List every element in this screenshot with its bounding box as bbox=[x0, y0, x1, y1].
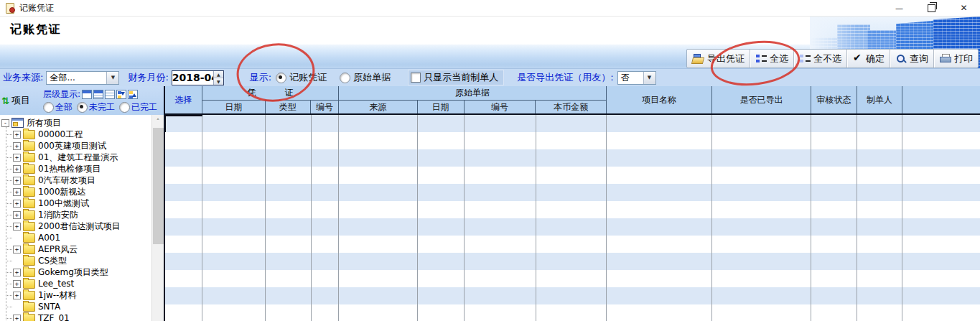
scroll-up-icon[interactable]: ˄ bbox=[152, 115, 164, 127]
folder-icon bbox=[23, 153, 35, 162]
tree-item[interactable]: + TZF_01 bbox=[0, 312, 151, 321]
col-exported[interactable]: 是否已导出 bbox=[712, 86, 811, 113]
body-col bbox=[607, 115, 712, 321]
tree-item[interactable]: + 000英建项目测试 bbox=[0, 140, 151, 152]
expand-icon[interactable]: + bbox=[13, 200, 21, 208]
display-label: 显示: bbox=[250, 71, 271, 84]
spin-up-icon[interactable]: ▲ bbox=[214, 71, 223, 78]
expand-icon[interactable]: + bbox=[13, 188, 21, 196]
tree-item[interactable]: + 00000工程 bbox=[0, 129, 151, 140]
col-original-date[interactable]: 日期 bbox=[418, 101, 465, 113]
expand-icon[interactable]: + bbox=[13, 142, 21, 150]
expand-icon[interactable]: + bbox=[13, 292, 21, 299]
window-list-icon[interactable] bbox=[82, 90, 92, 99]
radio-selected-icon[interactable] bbox=[77, 102, 88, 113]
filter-option-unfinished[interactable]: 未完工 bbox=[77, 101, 115, 113]
checkbox-icon[interactable] bbox=[411, 73, 421, 83]
tree-item[interactable]: + 1消防安防 bbox=[0, 209, 151, 220]
tree-item[interactable]: CS类型 bbox=[0, 255, 151, 266]
window-title: 记账凭证 bbox=[19, 2, 54, 14]
page-title: 记账凭证 bbox=[10, 22, 62, 37]
tree-item[interactable]: + 2000君信达测试项目 bbox=[0, 220, 151, 232]
body-col bbox=[465, 115, 536, 321]
tree-scrollbar[interactable]: ˄ bbox=[151, 115, 164, 321]
col-select[interactable]: 选择 bbox=[165, 86, 202, 113]
tree-item[interactable]: + 0汽车研发项目 bbox=[0, 175, 151, 186]
expand-icon[interactable]: + bbox=[13, 315, 21, 321]
scrollbar-thumb[interactable] bbox=[153, 128, 164, 244]
radio-icon[interactable] bbox=[340, 73, 350, 83]
radio-icon[interactable] bbox=[43, 102, 54, 113]
col-source[interactable]: 来源 bbox=[339, 101, 418, 113]
expand-icon[interactable]: + bbox=[13, 246, 21, 253]
filter-option-finished[interactable]: 已完工 bbox=[119, 101, 157, 113]
tree-item[interactable]: + 01、建筑工程量演示 bbox=[0, 152, 151, 163]
tree-item[interactable]: + 1jw--材料 bbox=[0, 289, 151, 301]
expand-icon[interactable]: + bbox=[13, 177, 21, 185]
refresh-icon[interactable]: ⇅ bbox=[1, 96, 9, 106]
expand-icon[interactable] bbox=[13, 303, 21, 311]
expand-icon[interactable] bbox=[13, 234, 21, 242]
col-audit-status[interactable]: 审核状态 bbox=[811, 86, 857, 113]
tree-item-label: AEPR风云 bbox=[38, 243, 78, 256]
spin-down-icon[interactable]: ▼ bbox=[214, 78, 223, 85]
display-option-voucher[interactable]: 记账凭证 bbox=[276, 71, 327, 84]
tree-item[interactable]: + 100中燃测试 bbox=[0, 197, 151, 209]
grid-view-icon[interactable] bbox=[105, 90, 115, 99]
deselect-all-button[interactable]: 全不选 bbox=[794, 50, 847, 68]
expand-icon[interactable]: + bbox=[13, 154, 21, 162]
tree-item[interactable]: A001 bbox=[0, 232, 151, 243]
detail-view-icon[interactable] bbox=[93, 90, 103, 99]
radio-selected-icon[interactable] bbox=[276, 73, 286, 83]
col-maker[interactable]: 制单人 bbox=[857, 86, 902, 113]
tree-item-root[interactable]: - 所有项目 bbox=[0, 117, 151, 129]
sort-ascending-icon[interactable] bbox=[128, 90, 138, 99]
col-voucher-date[interactable]: 日期 bbox=[202, 101, 266, 113]
radio-label: 原始单据 bbox=[353, 71, 391, 84]
group-original-doc-label[interactable]: 原始单据 bbox=[339, 86, 606, 101]
group-voucher-label[interactable]: 凭 证 bbox=[202, 86, 338, 101]
chevron-down-icon[interactable]: ▼ bbox=[106, 72, 118, 84]
query-button[interactable]: 查询 bbox=[890, 50, 934, 68]
only-current-maker-checkbox-group[interactable]: 只显示当前制单人 bbox=[408, 70, 504, 85]
select-all-button[interactable]: 全选 bbox=[750, 50, 794, 68]
collapse-icon[interactable]: - bbox=[1, 119, 9, 127]
body-col bbox=[418, 115, 465, 321]
export-voucher-button[interactable]: 导出凭证 bbox=[687, 50, 750, 68]
focused-cell[interactable] bbox=[165, 115, 202, 132]
sort-descending-icon[interactable] bbox=[116, 90, 126, 99]
restore-button[interactable] bbox=[915, 0, 948, 16]
expand-icon[interactable] bbox=[13, 257, 21, 265]
print-button[interactable]: 打印 bbox=[934, 50, 978, 68]
tree-item[interactable]: SNTA bbox=[0, 301, 151, 312]
expand-icon[interactable]: + bbox=[13, 211, 21, 219]
confirm-button[interactable]: 确定 bbox=[847, 50, 890, 68]
export-flag-select[interactable]: 否 ▼ bbox=[617, 71, 656, 85]
close-button[interactable]: ✕ bbox=[948, 0, 980, 16]
display-option-original[interactable]: 原始单据 bbox=[340, 71, 391, 84]
expand-icon[interactable]: + bbox=[13, 131, 21, 139]
expand-icon[interactable]: + bbox=[13, 269, 21, 276]
col-project-name[interactable]: 项目名称 bbox=[607, 86, 712, 113]
business-source-select[interactable]: 全部... ▼ bbox=[46, 71, 119, 85]
expand-icon[interactable]: + bbox=[13, 165, 21, 173]
col-voucher-no[interactable]: 编号 bbox=[311, 101, 338, 113]
col-amount[interactable]: 本币金额 bbox=[536, 101, 606, 113]
grid-body[interactable] bbox=[165, 115, 980, 321]
tree-item[interactable]: + Gokemg项目类型 bbox=[0, 266, 151, 278]
radio-icon[interactable] bbox=[119, 102, 130, 113]
filter-option-all[interactable]: 全部 bbox=[43, 101, 73, 113]
col-original-no[interactable]: 编号 bbox=[465, 101, 536, 113]
tree-item[interactable]: + 01热电检修项目 bbox=[0, 163, 151, 175]
fiscal-month-input[interactable] bbox=[172, 71, 213, 85]
project-panel-label: 项目 bbox=[11, 94, 30, 107]
col-voucher-type[interactable]: 类型 bbox=[266, 101, 312, 113]
expand-icon[interactable]: + bbox=[13, 280, 21, 288]
tree-item[interactable]: + Lee_test bbox=[0, 278, 151, 289]
expand-icon[interactable]: + bbox=[13, 223, 21, 231]
chevron-down-icon[interactable]: ▼ bbox=[643, 72, 655, 84]
tree-item[interactable]: + 1000新视达 bbox=[0, 186, 151, 197]
minimize-button[interactable]: — bbox=[883, 0, 915, 16]
tree-item-label: 所有项目 bbox=[27, 117, 61, 129]
tree-item[interactable]: + AEPR风云 bbox=[0, 243, 151, 255]
